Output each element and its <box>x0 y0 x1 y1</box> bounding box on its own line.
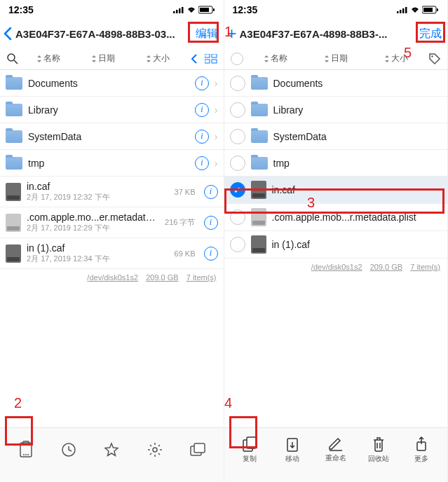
svg-rect-25 <box>405 7 407 13</box>
svg-rect-28 <box>437 8 438 11</box>
info-button[interactable]: i <box>204 216 218 230</box>
svg-rect-2 <box>179 8 181 13</box>
right-pane: 12:35 + A3E04F37-E67A-4898-88B3-... 完成 名… <box>224 0 449 482</box>
tool-windows[interactable] <box>180 442 215 457</box>
select-checkbox[interactable] <box>230 102 245 118</box>
svg-rect-22 <box>397 11 399 13</box>
sort-date[interactable]: 日期 <box>76 53 130 64</box>
tool-clipboard[interactable] <box>8 441 43 459</box>
select-checkbox[interactable] <box>230 76 245 91</box>
select-checkbox[interactable] <box>230 156 245 171</box>
file-row[interactable]: SystemData <box>224 123 448 150</box>
file-row[interactable]: Documents i › <box>0 70 224 97</box>
wifi-icon <box>186 6 196 13</box>
file-row[interactable]: .com.apple.mo...er.metadata.plist2月 17, … <box>0 207 224 238</box>
nav-title: A3E04F37-E67A-4898-88B3-... <box>240 28 414 40</box>
svg-rect-6 <box>213 8 215 11</box>
chevron-left-icon <box>190 53 198 64</box>
annotation-label-1: 1 <box>224 24 232 40</box>
info-button[interactable]: i <box>204 185 218 199</box>
info-button[interactable]: i <box>195 76 209 90</box>
windows-icon <box>189 442 206 457</box>
nav-up-button[interactable] <box>186 53 203 64</box>
plist-file-icon <box>251 208 266 226</box>
svg-point-16 <box>25 454 27 455</box>
info-button[interactable]: i <box>195 103 209 117</box>
sort-arrows-icon <box>36 55 42 62</box>
exec-file-icon <box>251 181 266 199</box>
file-row[interactable]: ✓ in.caf <box>224 177 448 204</box>
file-row[interactable]: Library <box>224 97 448 123</box>
file-row[interactable]: Documents <box>224 70 448 97</box>
clock-icon <box>60 441 77 458</box>
svg-rect-11 <box>205 60 210 63</box>
tool-copy[interactable]: 复制 <box>232 436 267 464</box>
svg-point-19 <box>153 448 157 452</box>
tool-favorite[interactable] <box>94 441 129 458</box>
sort-size[interactable]: 大小 <box>366 53 426 64</box>
toolbar <box>0 427 224 482</box>
exec-file-icon <box>251 235 266 254</box>
tool-history[interactable] <box>51 441 86 458</box>
copy-icon <box>242 436 257 453</box>
svg-point-29 <box>431 55 433 57</box>
clipboard-icon <box>18 441 34 459</box>
svg-point-15 <box>23 454 25 455</box>
edit-button[interactable]: 编辑 <box>193 25 221 43</box>
nav-title: A3E04F37-E67A-4898-88B3-03... <box>15 28 190 40</box>
svg-rect-23 <box>400 10 402 13</box>
svg-line-8 <box>14 60 18 64</box>
select-all-button[interactable] <box>229 53 245 65</box>
file-row[interactable]: in (1).caf <box>224 231 448 259</box>
file-row[interactable]: tmp <box>224 150 448 177</box>
sort-arrows-icon <box>91 55 97 62</box>
wifi-icon <box>410 6 420 13</box>
tool-settings[interactable] <box>137 441 172 458</box>
info-button[interactable]: i <box>204 247 218 261</box>
svg-rect-1 <box>176 10 178 13</box>
svg-rect-5 <box>200 8 209 12</box>
tool-rename[interactable]: 重命名 <box>318 436 353 463</box>
view-mode-button[interactable] <box>203 54 219 64</box>
sort-size[interactable]: 大小 <box>130 53 185 64</box>
file-row[interactable]: tmp i › <box>0 150 224 177</box>
sort-date[interactable]: 日期 <box>306 53 366 64</box>
file-row[interactable]: SystemData i › <box>0 123 224 150</box>
select-checkbox[interactable]: ✓ <box>230 182 245 198</box>
file-row[interactable]: Library i › <box>0 97 224 123</box>
info-button[interactable]: i <box>195 130 209 144</box>
tag-button[interactable] <box>426 53 443 65</box>
svg-rect-12 <box>212 60 217 63</box>
tool-move[interactable]: 移动 <box>275 436 310 464</box>
tool-more[interactable]: 更多 <box>404 436 439 464</box>
gear-icon <box>147 441 163 458</box>
star-icon <box>103 441 120 458</box>
done-button[interactable]: 完成 <box>416 25 444 43</box>
tool-trash[interactable]: 回收站 <box>361 436 396 464</box>
svg-rect-3 <box>182 7 184 13</box>
file-row[interactable]: in (1).caf2月 17, 2019 12:34 下午 69 KB i <box>0 238 224 269</box>
battery-icon <box>198 6 215 14</box>
select-checkbox[interactable] <box>230 237 245 252</box>
annotation-label-4: 4 <box>224 395 232 411</box>
search-button[interactable] <box>4 53 21 65</box>
grid-icon <box>205 54 217 64</box>
sort-name[interactable]: 名称 <box>21 53 76 64</box>
select-checkbox[interactable] <box>230 209 245 225</box>
status-time: 12:35 <box>8 4 34 15</box>
back-button[interactable] <box>3 27 13 41</box>
select-checkbox[interactable] <box>230 129 245 144</box>
file-row[interactable]: in.caf2月 17, 2019 12:32 下午 37 KB i <box>0 177 224 207</box>
svg-rect-27 <box>423 8 433 12</box>
file-list: Documents i › Library i › SystemData i ›… <box>0 70 224 427</box>
sort-arrows-icon <box>264 55 269 62</box>
folder-icon <box>6 130 22 143</box>
folder-icon <box>251 130 268 143</box>
svg-rect-10 <box>212 54 217 57</box>
info-button[interactable]: i <box>195 156 209 170</box>
file-row[interactable]: .com.apple.mob...r.metadata.plist <box>224 204 448 231</box>
sort-arrows-icon <box>146 55 151 62</box>
share-icon <box>415 436 428 453</box>
status-indicators <box>173 6 215 14</box>
sort-name[interactable]: 名称 <box>245 53 306 64</box>
